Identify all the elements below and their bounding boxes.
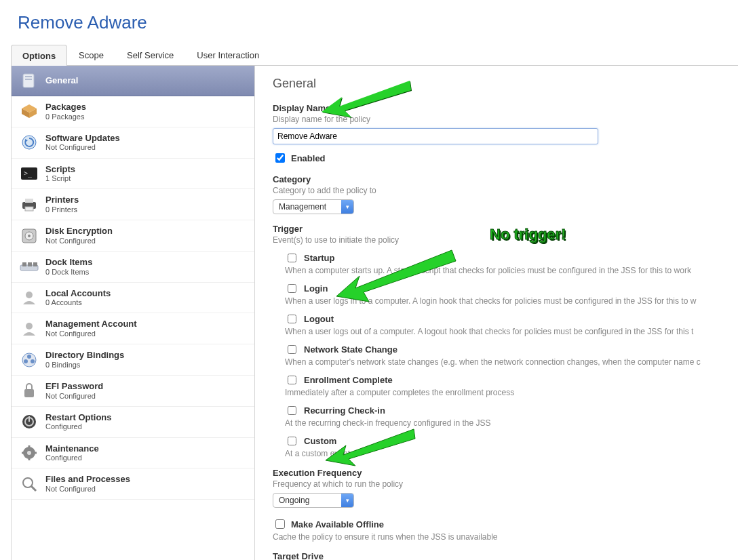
trigger-custom-checkbox[interactable] [288,437,296,445]
trigger-logout: Logout When a user logs out of a compute… [285,313,738,336]
display-name-input[interactable] [273,128,598,144]
sidebar-item-sub: 1 Script [45,174,75,183]
sidebar-item-sub: Configured [45,422,112,431]
sidebar-item-disk-encryption[interactable]: Disk EncryptionNot Configured [12,220,254,252]
trigger-item-desc: At the recurring check-in frequency conf… [285,418,738,428]
svg-rect-11 [25,199,33,203]
page-title: Remove Adware [0,0,738,43]
sidebar-item-label: Software Updates [45,133,120,144]
tab-user-interaction[interactable]: User Interaction [185,44,271,65]
trigger-logout-checkbox[interactable] [288,315,296,323]
page-icon [20,71,39,90]
svg-point-21 [26,323,33,329]
trigger-network-checkbox[interactable] [288,345,296,354]
category-value: Management [279,202,326,212]
svg-point-20 [26,292,33,298]
tab-row: Options Scope Self Service User Interact… [11,43,738,66]
sidebar-item-label: Files and Processes [45,474,130,485]
power-icon [20,412,39,431]
trigger-startup: Startup When a computer starts up. A sta… [285,252,738,275]
svg-point-25 [27,355,31,359]
sidebar-item-label: EFI Password [45,381,103,392]
user-icon [20,319,39,338]
sidebar: General Packages0 Packages Software Upda… [11,66,255,560]
svg-rect-26 [24,389,34,397]
sidebar-item-sub: Not Configured [45,392,103,401]
offline-checkbox[interactable] [275,519,285,529]
enabled-checkbox[interactable] [275,153,285,163]
sidebar-item-sub: Not Configured [45,143,120,152]
trigger-recurring-checkbox[interactable] [288,406,296,415]
trigger-startup-checkbox[interactable] [288,254,296,262]
sidebar-item-restart-options[interactable]: Restart OptionsConfigured [12,407,254,438]
general-panel: General Display Name Display name for th… [255,66,738,560]
sidebar-item-label: Restart Options [45,412,112,423]
sidebar-item-sub: 0 Packages [45,113,86,121]
exec-freq-label: Execution Frequency [273,468,738,478]
trigger-item-label: Recurring Check-in [304,405,385,416]
box-icon [20,102,39,121]
chevron-down-icon: ▾ [341,200,353,214]
sidebar-item-efi-password[interactable]: EFI PasswordNot Configured [12,376,254,407]
sidebar-item-packages[interactable]: Packages0 Packages [12,96,254,127]
enabled-label: Enabled [291,153,326,163]
sidebar-item-sub: Configured [45,454,99,462]
search-icon [20,475,39,494]
sidebar-item-sub: 0 Dock Items [45,268,92,277]
svg-point-36 [23,478,33,487]
svg-rect-1 [25,76,32,77]
trigger-custom: Custom At a custom event [285,435,738,458]
sidebar-item-maintenance[interactable]: MaintenanceConfigured [12,438,254,469]
trigger-item-desc: At a custom event [285,449,738,458]
trigger-enrollment: Enrollment Complete Immediately after a … [285,374,738,397]
sidebar-item-label: Disk Encryption [45,226,113,237]
trigger-item-desc: Immediately after a computer completes t… [285,388,738,397]
trigger-item-desc: When a user logs in to a computer. A log… [285,296,738,306]
sidebar-item-label: Dock Items [45,257,92,268]
sidebar-item-label: Printers [45,195,79,205]
trigger-item-label: Enrollment Complete [304,375,393,385]
sidebar-item-scripts[interactable]: >_ Scripts1 Script [12,159,254,190]
sidebar-item-management-account[interactable]: Management AccountNot Configured [12,313,254,344]
trigger-item-label: Network State Change [304,344,397,355]
sidebar-item-files-processes[interactable]: Files and ProcessesNot Configured [12,468,254,500]
trigger-recurring: Recurring Check-in At the recurring chec… [285,404,738,428]
gear-icon [20,443,39,462]
trigger-enrollment-checkbox[interactable] [288,376,296,384]
sidebar-item-dock-items[interactable]: Dock Items0 Dock Items [12,252,254,283]
sidebar-item-printers[interactable]: Printers0 Printers [12,189,254,220]
section-title: General [273,77,738,91]
sidebar-item-software-updates[interactable]: Software UpdatesNot Configured [12,127,254,159]
exec-freq-select[interactable]: Ongoing ▾ [273,493,354,508]
sidebar-item-label: Scripts [45,164,75,175]
trigger-login-checkbox[interactable] [288,284,296,293]
svg-rect-12 [25,207,33,211]
trigger-item-label: Startup [304,253,335,263]
sidebar-item-sub: Not Configured [45,485,130,494]
exec-freq-hint: Frequency at which to run the policy [273,479,738,489]
sidebar-item-directory-bindings[interactable]: Directory Bindings0 Bindings [12,344,254,376]
display-name-label: Display Name [273,103,738,113]
trigger-item-desc: When a computer's network state changes … [285,357,738,367]
svg-line-37 [31,486,36,491]
tab-options[interactable]: Options [11,45,67,66]
sidebar-item-label: Directory Bindings [45,350,124,361]
sidebar-item-general[interactable]: General [12,66,254,96]
svg-rect-29 [28,416,30,422]
dock-icon [20,257,39,276]
trigger-item-desc: When a user logs out of a computer. A lo… [285,327,738,336]
sidebar-item-sub: Not Configured [45,329,137,338]
trigger-item-label: Custom [304,436,336,446]
lock-icon [20,381,39,400]
tab-scope[interactable]: Scope [67,44,115,65]
sidebar-item-sub: 0 Printers [45,205,79,214]
sidebar-item-label: Management Account [45,319,137,329]
display-name-hint: Display name for the policy [273,115,738,124]
category-select[interactable]: Management ▾ [273,199,354,214]
sidebar-item-local-accounts[interactable]: Local Accounts0 Accounts [12,283,254,314]
trigger-login: Login When a user logs in to a computer.… [285,282,738,306]
offline-hint: Cache the policy to ensure it runs when … [273,532,738,542]
svg-rect-19 [33,262,37,266]
sidebar-item-label: Local Accounts [45,288,111,299]
tab-self-service[interactable]: Self Service [115,44,185,65]
